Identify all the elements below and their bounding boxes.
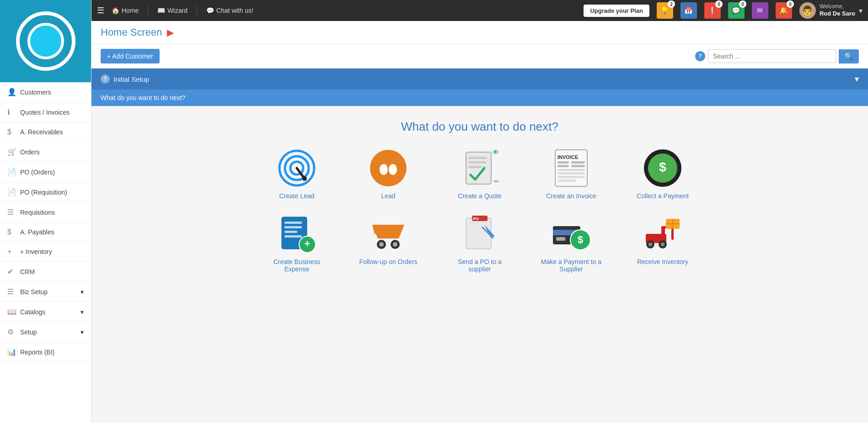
search-area: ? 🔍 (695, 49, 859, 63)
svg-rect-20 (557, 176, 585, 178)
email-btn[interactable]: ✉ (752, 2, 768, 19)
bell-btn[interactable]: 🔔 0 (776, 2, 792, 19)
sidebar-item-crm[interactable]: ✔ CRM (0, 262, 91, 282)
svg-rect-16 (571, 161, 585, 164)
page-title: Home Screen (101, 26, 162, 38)
sidebar-item-a-receivables[interactable]: $ A. Receivables (0, 122, 91, 142)
svg-rect-18 (557, 169, 585, 170)
sidebar-item-catalogs[interactable]: 📖 Catalogs ▾ (0, 302, 91, 322)
chat-icon: 💬 (206, 7, 214, 14)
setup-collapse-icon[interactable]: ▾ (855, 74, 859, 84)
person-icon: 👤 (7, 88, 16, 96)
home-nav-btn[interactable]: 🏠 Home (112, 7, 139, 14)
create-quote-card[interactable]: 👁 ✏ Create a Quote (448, 148, 512, 200)
svg-point-6 (380, 164, 388, 175)
sidebar-item-biz-setup[interactable]: ☰ Biz Setup ▾ (0, 282, 91, 302)
check-icon: ✔ (7, 267, 16, 276)
bulb-notification-btn[interactable]: 💡 2 (657, 2, 673, 19)
create-lead-label: Create Lead (279, 192, 314, 200)
sidebar: 👤 Customers ℹ Quotes / Invoices $ A. Rec… (0, 0, 91, 423)
user-profile-area[interactable]: 👨 Welcome, Rod De Saro ▾ (799, 2, 863, 19)
biz-icon: ☰ (7, 287, 16, 296)
svg-rect-27 (284, 226, 302, 228)
sidebar-item-reports[interactable]: 📊 Reports (BI) (0, 342, 91, 362)
sidebar-item-po-requisition[interactable]: 📄 PO (Requisition) (0, 182, 91, 202)
main-area: ☰ 🏠 Home 📖 Wizard 💬 Chat with us! Upgrad… (91, 0, 868, 423)
lead-card[interactable]: Lead (356, 148, 420, 200)
create-invoice-card[interactable]: INVOICE Create an Invoice (539, 148, 603, 200)
receive-inventory-icon (642, 213, 683, 254)
svg-point-35 (393, 242, 397, 247)
svg-rect-29 (284, 235, 302, 238)
chat-nav-btn[interactable]: 💬 Chat with us! (206, 7, 253, 14)
sidebar-item-setup[interactable]: ⚙ Setup ▾ (0, 322, 91, 342)
message-btn[interactable]: 💬 0 (728, 2, 745, 19)
send-po-icon: PO (459, 213, 500, 254)
action-row-1: Create Lead Lead (91, 143, 868, 204)
search-button[interactable]: 🔍 (839, 49, 859, 63)
svg-point-52 (661, 243, 664, 246)
sidebar-item-inventory[interactable]: + + Inventory (0, 242, 91, 262)
svg-rect-17 (571, 165, 585, 167)
alert-badge: 0 (715, 0, 723, 8)
create-quote-icon: 👁 ✏ (459, 148, 500, 189)
info-icon: ℹ (7, 108, 16, 116)
send-po-card[interactable]: PO Send a PO to a supplier (448, 213, 512, 273)
welcome-label: Welcome, (820, 3, 855, 11)
chart-icon: 📊 (7, 348, 16, 356)
user-dropdown-icon[interactable]: ▾ (859, 6, 863, 15)
chevron3-icon: ▾ (80, 328, 84, 336)
create-expense-icon: + (276, 213, 317, 254)
collect-payment-card[interactable]: $ Collect a Payment (631, 148, 695, 200)
dollar-icon: $ (7, 128, 16, 136)
followup-orders-card[interactable]: Follow-up on Orders (356, 213, 420, 273)
collect-payment-icon: $ (642, 148, 683, 189)
create-lead-card[interactable]: Create Lead (265, 148, 329, 200)
svg-point-4 (302, 176, 307, 181)
svg-text:+: + (305, 238, 311, 249)
search-input[interactable] (708, 49, 836, 63)
wizard-nav-btn[interactable]: 📖 Wizard (157, 7, 188, 14)
sidebar-item-customers[interactable]: 👤 Customers (0, 82, 91, 102)
create-expense-label: Create Business Expense (265, 258, 329, 273)
chevron-icon: ▾ (80, 288, 84, 296)
receive-inventory-card[interactable]: Receive Inventory (631, 213, 695, 273)
make-payment-card[interactable]: $ Make a Payment to a Supplier (539, 213, 603, 273)
svg-text:INVOICE: INVOICE (557, 154, 578, 160)
doc-icon: 📄 (7, 168, 16, 176)
svg-rect-9 (468, 157, 487, 159)
svg-rect-11 (468, 166, 482, 168)
upgrade-plan-button[interactable]: Upgrade your Plan (584, 5, 649, 17)
chevron2-icon: ▾ (80, 308, 84, 316)
sidebar-item-po-orders[interactable]: 📄 PO (Orders) (0, 162, 91, 182)
svg-rect-19 (557, 172, 585, 174)
create-lead-icon (276, 148, 317, 189)
message-badge: 0 (739, 0, 746, 8)
sidebar-item-requisitions[interactable]: ☰ Requisitions (0, 202, 91, 222)
svg-text:$: $ (659, 160, 666, 174)
receive-inventory-label: Receive Inventory (637, 258, 688, 265)
alert-btn[interactable]: ❕ 0 (704, 2, 721, 19)
sidebar-item-quotes-invoices[interactable]: ℹ Quotes / Invoices (0, 102, 91, 122)
hamburger-icon[interactable]: ☰ (97, 5, 104, 16)
play-icon[interactable]: ▶ (167, 27, 174, 38)
setup-title: Initial Setup (113, 75, 149, 83)
list-icon: ☰ (7, 208, 16, 217)
add-customer-button[interactable]: + Add Customer (101, 49, 160, 63)
help-icon[interactable]: ? (695, 51, 705, 61)
top-navigation: ☰ 🏠 Home 📖 Wizard 💬 Chat with us! Upgrad… (91, 0, 868, 21)
create-expense-card[interactable]: + Create Business Expense (265, 213, 329, 273)
svg-point-50 (648, 243, 652, 246)
sidebar-item-a-payables[interactable]: $ A. Payables (0, 222, 91, 242)
calendar-btn[interactable]: 📅 (680, 2, 697, 19)
svg-point-33 (379, 242, 384, 247)
toolbar: + Add Customer ? 🔍 (91, 44, 868, 69)
lead-icon (368, 148, 409, 189)
content-area: Home Screen ▶ + Add Customer ? 🔍 ? Initi… (91, 21, 868, 423)
what-next-bar: What do you want to do next? (91, 90, 868, 106)
svg-rect-26 (284, 222, 302, 224)
sidebar-item-orders[interactable]: 🛒 Orders (0, 142, 91, 162)
bell-badge: 0 (787, 0, 794, 8)
setup-help-icon[interactable]: ? (101, 74, 110, 84)
lead-label: Lead (381, 192, 395, 200)
